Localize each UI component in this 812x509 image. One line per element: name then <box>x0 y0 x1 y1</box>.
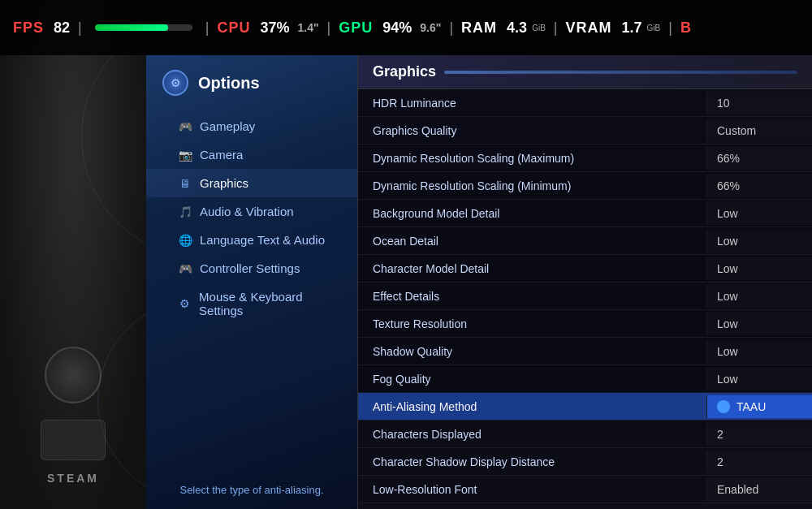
setting-graphics-quality[interactable]: Graphics Quality Custom <box>358 117 812 145</box>
drs-min-label: Dynamic Resolution Scaling (Minimum) <box>358 175 706 197</box>
fog-value: Low <box>706 368 812 390</box>
audio-label: Audio & Vibration <box>200 205 294 218</box>
shadow-label: Shadow Quality <box>358 340 706 363</box>
gpu-temp: 9.6" <box>420 21 441 34</box>
hdr-label: HDR Luminance <box>358 92 706 114</box>
hud-sep-3: | <box>327 19 331 37</box>
fps-value: 82 <box>54 19 70 37</box>
setting-bg-model[interactable]: Background Model Detail Low <box>358 200 812 227</box>
setting-chars-displayed[interactable]: Characters Displayed 2 <box>358 421 812 448</box>
aa-value: TAAU <box>706 395 812 418</box>
setting-low-res-font[interactable]: Low-Resolution Font Enabled <box>358 476 812 503</box>
setting-char-shadow[interactable]: Character Shadow Display Distance 2 <box>358 448 812 476</box>
low-res-label: Low-Resolution Font <box>358 478 706 501</box>
panel-header: Graphics <box>358 55 812 89</box>
setting-drs-min[interactable]: Dynamic Resolution Scaling (Minimum) 66% <box>358 172 812 200</box>
language-icon: 🌐 <box>179 234 192 247</box>
settings-list: HDR Luminance 10 Graphics Quality Custom… <box>358 89 812 503</box>
gq-value: Custom <box>706 119 812 142</box>
ram-sup: GiB <box>532 24 546 32</box>
setting-effects[interactable]: Effect Details Low <box>358 283 812 310</box>
mouse-label: Mouse & Keyboard Settings <box>199 290 341 317</box>
hud-sep-2: | <box>205 19 209 37</box>
sidebar-item-graphics[interactable]: 🖥 Graphics <box>146 169 357 197</box>
setting-ocean[interactable]: Ocean Detail Low <box>358 227 812 255</box>
controller-rect <box>41 420 106 460</box>
char-model-value: Low <box>706 257 812 280</box>
sidebar-item-gameplay[interactable]: 🎮 Gameplay <box>146 112 357 140</box>
controller-icon: 🎮 <box>179 262 192 275</box>
setting-texture[interactable]: Texture Resolution Low <box>358 310 812 338</box>
shadow-value: Low <box>706 340 812 363</box>
panel-title: Graphics <box>373 63 436 80</box>
setting-char-model[interactable]: Character Model Detail Low <box>358 255 812 283</box>
chars-disp-label: Characters Displayed <box>358 423 706 446</box>
drs-min-value: 66% <box>706 175 812 197</box>
setting-shadow[interactable]: Shadow Quality Low <box>358 338 812 365</box>
gq-label: Graphics Quality <box>358 119 706 142</box>
aa-label: Anti-Aliasing Method <box>358 395 706 418</box>
gameplay-label: Gameplay <box>200 119 255 133</box>
controller-settings-label: Controller Settings <box>200 261 300 275</box>
ocean-label: Ocean Detail <box>358 230 706 252</box>
fps-bar <box>95 24 192 31</box>
gpu-label: GPU <box>339 19 373 37</box>
hud-sep-5: | <box>554 19 558 37</box>
char-shadow-value: 2 <box>706 451 812 473</box>
hud-sep-4: | <box>449 19 453 37</box>
cpu-pct: 37% <box>260 19 289 37</box>
char-model-label: Character Model Detail <box>358 257 706 280</box>
vram-label: VRAM <box>566 19 612 37</box>
language-label: Language Text & Audio <box>200 233 325 247</box>
hud-sep-1: | <box>78 19 82 37</box>
sidebar-title: ⚙ Options <box>146 55 357 104</box>
fps-bar-fill <box>95 24 168 31</box>
sidebar-item-controller[interactable]: 🎮 Controller Settings <box>146 254 357 283</box>
drs-max-value: 66% <box>706 147 812 170</box>
b-label: B <box>680 19 692 37</box>
sidebar-menu: 🎮 Gameplay 📷 Camera 🖥 Graphics 🎵 Audio &… <box>146 104 357 333</box>
bg-model-label: Background Model Detail <box>358 202 706 225</box>
sidebar-item-audio[interactable]: 🎵 Audio & Vibration <box>146 197 357 226</box>
camera-icon: 📷 <box>179 149 192 162</box>
graphics-icon: 🖥 <box>179 177 192 190</box>
vram-sup: GiB <box>647 24 661 32</box>
panel-header-bar <box>444 71 797 74</box>
gpu-pct: 94% <box>382 19 412 37</box>
hud-bar: FPS 82 | | CPU 37% 1.4" | GPU 94% 9.6" |… <box>0 0 812 55</box>
ram-label: RAM <box>461 19 497 37</box>
sidebar-item-mouse[interactable]: ⚙ Mouse & Keyboard Settings <box>146 283 357 325</box>
steam-label: STEAM <box>47 472 99 485</box>
audio-icon: 🎵 <box>179 205 192 218</box>
setting-antialiasing[interactable]: Anti-Aliasing Method TAAU <box>358 393 812 421</box>
effects-value: Low <box>706 285 812 308</box>
texture-value: Low <box>706 313 812 335</box>
effects-label: Effect Details <box>358 285 706 308</box>
taau-icon <box>717 400 730 413</box>
chars-disp-value: 2 <box>706 423 812 446</box>
vram-val: 1.7 <box>622 19 642 37</box>
controller-pad <box>45 347 102 403</box>
setting-fog[interactable]: Fog Quality Low <box>358 365 812 393</box>
fps-label: FPS <box>13 19 44 37</box>
graphics-label: Graphics <box>200 176 248 190</box>
graphics-panel: Graphics HDR Luminance 10 Graphics Quali… <box>357 55 812 509</box>
settings-icon: ⚙ <box>162 70 188 96</box>
setting-drs-max[interactable]: Dynamic Resolution Scaling (Maximum) 66% <box>358 145 812 172</box>
texture-label: Texture Resolution <box>358 313 706 335</box>
ocean-value: Low <box>706 230 812 252</box>
sidebar-item-camera[interactable]: 📷 Camera <box>146 140 357 169</box>
ram-val: 4.3 <box>507 19 527 37</box>
low-res-value: Enabled <box>706 478 812 501</box>
char-shadow-label: Character Shadow Display Distance <box>358 451 706 473</box>
setting-hdr-luminance[interactable]: HDR Luminance 10 <box>358 89 812 117</box>
hud-sep-6: | <box>668 19 672 37</box>
cpu-temp: 1.4" <box>297 21 318 34</box>
options-sidebar: ⚙ Options 🎮 Gameplay 📷 Camera 🖥 Graphics… <box>146 55 357 509</box>
sidebar-item-language[interactable]: 🌐 Language Text & Audio <box>146 226 357 254</box>
mouse-icon: ⚙ <box>179 297 191 310</box>
hdr-value: 10 <box>706 92 812 114</box>
drs-max-label: Dynamic Resolution Scaling (Maximum) <box>358 147 706 170</box>
bg-model-value: Low <box>706 202 812 225</box>
fog-label: Fog Quality <box>358 368 706 390</box>
